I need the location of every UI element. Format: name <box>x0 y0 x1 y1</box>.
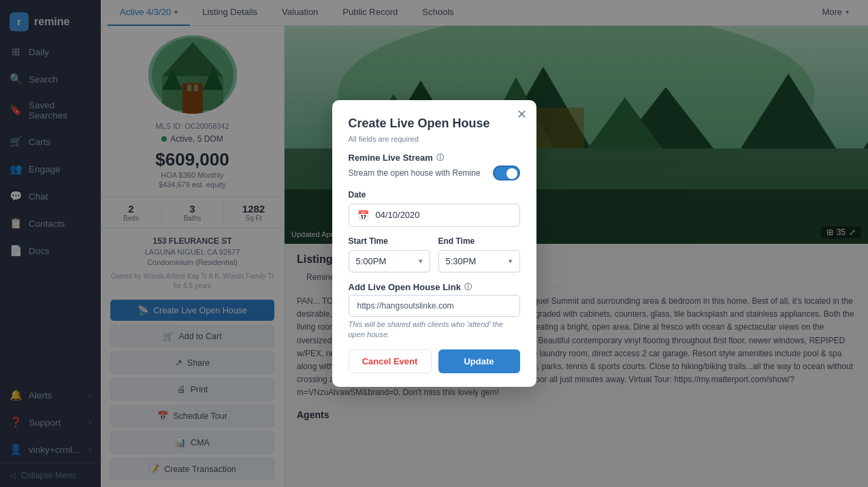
modal-end-time-value: 5:30PM <box>446 256 477 266</box>
end-time-chevron-icon: ▾ <box>509 257 513 266</box>
toggle-knob <box>507 168 517 179</box>
modal-link-section-label: Add Live Open House Link <box>349 282 461 292</box>
modal-close-button[interactable]: ✕ <box>517 108 527 121</box>
stream-info-icon: ⓘ <box>436 153 444 163</box>
stream-toggle[interactable] <box>493 166 520 180</box>
modal-stream-section-title: Remine Live Stream ⓘ <box>349 153 520 163</box>
modal-date-input[interactable]: 📅 04/10/2020 <box>349 204 520 227</box>
modal-start-time-group: Start Time 5:00PM ▾ <box>349 236 430 272</box>
modal-link-hint: This will be shared with clients who 'at… <box>349 319 520 341</box>
modal-stream-section-label: Remine Live Stream <box>349 153 433 163</box>
modal-actions: Cancel Event Update <box>349 349 520 373</box>
modal-overlay[interactable]: ✕ Create Live Open House All fields are … <box>0 0 868 487</box>
start-time-chevron-icon: ▾ <box>419 257 423 266</box>
create-live-open-house-modal: ✕ Create Live Open House All fields are … <box>332 100 536 388</box>
modal-date-label: Date <box>349 190 520 200</box>
modal-required-text: All fields are required <box>349 135 520 143</box>
modal-stream-row: Stream the open house with Remine <box>349 166 520 180</box>
calendar-icon: 📅 <box>357 210 369 221</box>
modal-time-row: Start Time 5:00PM ▾ End Time 5:30PM ▾ <box>349 236 520 272</box>
modal-start-time-value: 5:00PM <box>356 256 387 266</box>
modal-end-time-group: End Time 5:30PM ▾ <box>438 236 520 272</box>
modal-end-time-select[interactable]: 5:30PM ▾ <box>438 250 520 272</box>
modal-link-input[interactable] <box>349 295 520 317</box>
link-info-icon: ⓘ <box>464 282 472 292</box>
modal-start-time-select[interactable]: 5:00PM ▾ <box>349 250 430 272</box>
modal-cancel-button[interactable]: Cancel Event <box>349 349 432 373</box>
modal-link-section-title: Add Live Open House Link ⓘ <box>349 282 520 292</box>
modal-link-section: Add Live Open House Link ⓘ This will be … <box>349 282 520 341</box>
modal-title: Create Live Open House <box>349 116 520 131</box>
modal-end-time-label: End Time <box>438 236 520 246</box>
modal-update-button[interactable]: Update <box>438 349 520 373</box>
modal-date-value: 04/10/2020 <box>376 210 420 220</box>
modal-start-time-label: Start Time <box>349 236 430 246</box>
modal-stream-label: Stream the open house with Remine <box>349 168 481 178</box>
